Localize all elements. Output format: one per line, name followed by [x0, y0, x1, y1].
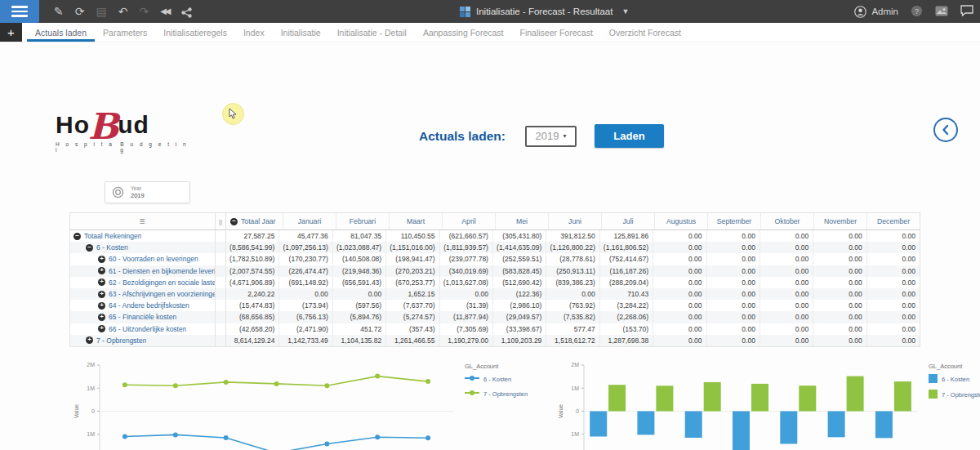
tab-actuals-laden[interactable]: Actuals laden: [27, 23, 95, 42]
column-header-september[interactable]: September: [708, 213, 761, 229]
value-cell[interactable]: 0.00: [813, 265, 866, 277]
collapse-panel-button[interactable]: [933, 118, 958, 142]
expand-node-icon[interactable]: +: [98, 314, 105, 321]
value-cell[interactable]: 0.00: [653, 300, 706, 311]
value-cell[interactable]: 2,240.22: [226, 288, 279, 300]
value-cell[interactable]: 0.00: [760, 335, 813, 346]
hamburger-menu-button[interactable]: [0, 0, 39, 23]
add-sheet-button[interactable]: +: [0, 23, 22, 42]
value-cell[interactable]: 0.00: [707, 265, 760, 277]
value-cell[interactable]: 0.00: [867, 242, 920, 253]
value-cell[interactable]: (42,658.20): [226, 323, 279, 335]
row-label[interactable]: 7 - Opbrengsten: [96, 336, 146, 345]
legend-item[interactable]: 6 - Kosten: [929, 374, 980, 385]
laden-button[interactable]: Laden: [595, 124, 664, 148]
value-cell[interactable]: (116,187.26): [600, 265, 653, 277]
value-cell[interactable]: 0.00: [760, 323, 813, 335]
expand-node-icon[interactable]: +: [98, 256, 105, 263]
value-cell[interactable]: (7,535.82): [546, 311, 599, 323]
value-cell[interactable]: 0.00: [813, 277, 866, 288]
value-cell[interactable]: (5,894.76): [333, 311, 386, 323]
value-cell[interactable]: (656,591.43): [333, 277, 386, 288]
expand-node-icon[interactable]: +: [86, 336, 93, 344]
value-cell[interactable]: 8,614,129.24: [226, 335, 279, 346]
legend-item[interactable]: 7 - Opbrengsten: [465, 389, 548, 399]
chat-icon[interactable]: [960, 5, 973, 18]
value-cell[interactable]: (583,828.45): [493, 265, 546, 277]
value-cell[interactable]: 0.00: [813, 300, 866, 311]
value-cell[interactable]: 391,812.50: [546, 230, 599, 242]
value-cell[interactable]: 0.00: [653, 265, 706, 277]
value-cell[interactable]: (691,148.92): [279, 277, 332, 288]
value-cell[interactable]: 45,477.36: [279, 230, 332, 242]
value-cell[interactable]: (357.43): [386, 323, 439, 335]
value-cell[interactable]: 0.00: [440, 288, 493, 300]
value-cell[interactable]: 0.00: [707, 311, 760, 323]
row-label[interactable]: 62 - Bezoldigingen en sociale lasten: [109, 278, 215, 287]
column-header-juli[interactable]: Juli: [602, 213, 655, 229]
value-cell[interactable]: (170,230.77): [279, 253, 332, 265]
value-cell[interactable]: 0.00: [867, 253, 920, 265]
value-cell[interactable]: (1,097,256.13): [279, 242, 332, 253]
value-cell[interactable]: (2,007,574.55): [226, 265, 279, 277]
value-cell[interactable]: 0.00: [813, 242, 866, 253]
value-cell[interactable]: (4,671,906.89): [226, 277, 279, 288]
value-cell[interactable]: (122.36): [493, 288, 546, 300]
value-cell[interactable]: 0.00: [653, 277, 706, 288]
value-cell[interactable]: 0.00: [760, 288, 813, 300]
row-label[interactable]: 63 - Afschrijvingen en voorzieningen: [109, 290, 215, 298]
value-cell[interactable]: 0.00: [760, 253, 813, 265]
value-cell[interactable]: (140,508.08): [333, 253, 386, 265]
value-cell[interactable]: 0.00: [813, 311, 866, 323]
value-cell[interactable]: 0.00: [707, 335, 760, 346]
value-cell[interactable]: 0.00: [867, 265, 920, 277]
value-cell[interactable]: 81,047.35: [333, 230, 386, 242]
value-cell[interactable]: 1,142,733.49: [279, 335, 332, 346]
legend-item[interactable]: 7 - Opbrengsten: [929, 390, 980, 400]
value-cell[interactable]: 125,891.86: [600, 230, 653, 242]
value-cell[interactable]: (621,660.57): [440, 230, 493, 242]
save-icon[interactable]: ▤: [96, 0, 106, 23]
value-cell[interactable]: (1,151,016.00): [386, 242, 439, 253]
value-cell[interactable]: (305,431.80): [493, 230, 546, 242]
value-cell[interactable]: (5,274.57): [386, 311, 439, 323]
value-cell[interactable]: (29,049.57): [493, 311, 546, 323]
value-cell[interactable]: (8,586,541.99): [226, 242, 279, 253]
column-header-totaal-jaar[interactable]: −Totaal Jaar: [226, 213, 283, 229]
value-cell[interactable]: 27,587.25: [226, 230, 279, 242]
value-cell[interactable]: (288,209.04): [600, 277, 653, 288]
value-cell[interactable]: 0.00: [813, 253, 866, 265]
expand-node-icon[interactable]: +: [98, 278, 105, 286]
tab-initialisatie[interactable]: Initialisatie: [273, 23, 329, 42]
expand-node-icon[interactable]: +: [98, 325, 105, 332]
value-cell[interactable]: (1,161,806.52): [600, 242, 653, 253]
column-header-april[interactable]: April: [443, 213, 496, 229]
row-label[interactable]: 65 - Financiële kosten: [109, 313, 176, 321]
value-cell[interactable]: (11,877.94): [440, 311, 493, 323]
column-header-augustus[interactable]: Augustus: [655, 213, 708, 229]
value-cell[interactable]: (33,398.67): [493, 323, 546, 335]
column-header-december[interactable]: December: [867, 213, 920, 229]
value-cell[interactable]: 710.43: [600, 288, 653, 300]
row-label[interactable]: 66 - Uitzonderlijke kosten: [109, 325, 186, 333]
value-cell[interactable]: 0.00: [867, 277, 920, 288]
value-cell[interactable]: 0.00: [707, 230, 760, 242]
value-cell[interactable]: 0.00: [760, 265, 813, 277]
value-cell[interactable]: 0.00: [760, 242, 813, 253]
value-cell[interactable]: 0.00: [653, 230, 706, 242]
collapse-columns-icon[interactable]: −: [230, 218, 238, 225]
value-cell[interactable]: 0.00: [867, 230, 920, 242]
column-header-juni[interactable]: Juni: [549, 213, 602, 229]
value-cell[interactable]: (7,637.70): [386, 300, 439, 311]
value-cell[interactable]: (3,284.22): [600, 300, 653, 311]
value-cell[interactable]: 1,261,466.55: [386, 335, 439, 346]
share-icon[interactable]: [181, 0, 192, 23]
value-cell[interactable]: (7,305.69): [440, 323, 493, 335]
value-cell[interactable]: 0.00: [867, 300, 920, 311]
year-filter-widget[interactable]: Year 2019: [105, 181, 190, 203]
expand-node-icon[interactable]: +: [98, 302, 105, 310]
column-header-november[interactable]: November: [814, 213, 867, 229]
value-cell[interactable]: 0.00: [867, 311, 920, 323]
legend-item[interactable]: 6 - Kosten: [465, 374, 548, 384]
value-cell[interactable]: 1,104,135.82: [333, 335, 386, 346]
